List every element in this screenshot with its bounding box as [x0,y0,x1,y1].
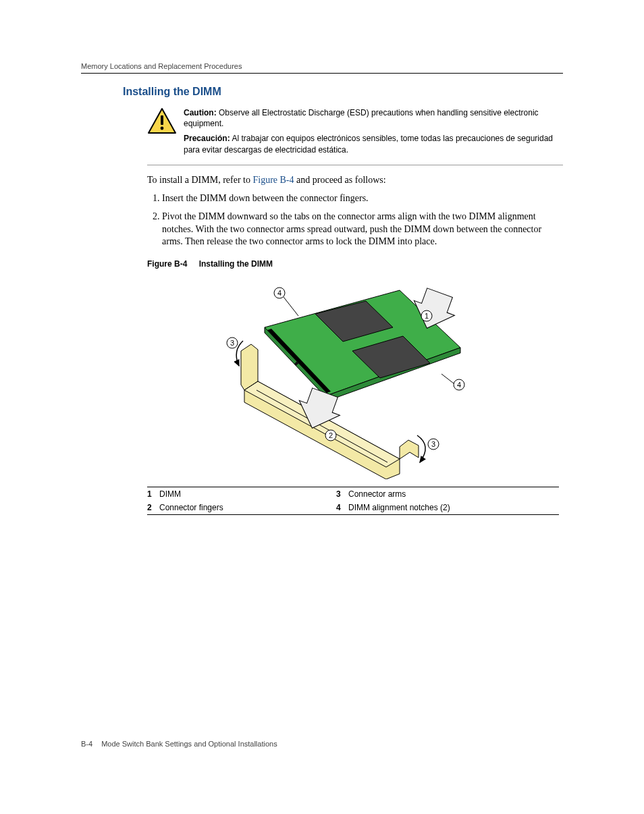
running-header: Memory Locations and Replacement Procedu… [81,62,563,74]
intro-paragraph: To install a DIMM, refer to Figure B-4 a… [147,175,563,186]
callout-4b: 4 [457,381,461,389]
figure-legend: 1 DIMM 3 Connector arms 2 Connector fing… [147,487,559,515]
page-footer: B-4 Mode Switch Bank Settings and Option… [81,740,277,748]
caution-en: Caution: Observe all Electrostatic Disch… [184,107,563,129]
intro-post: and proceed as follows: [294,175,386,185]
figure-title: Installing the DIMM [199,259,273,269]
callout-4a: 4 [277,289,281,297]
caution-block: Caution: Observe all Electrostatic Disch… [147,107,563,165]
figure-crossref-link[interactable]: Figure B-4 [252,175,294,185]
section-title: Installing the DIMM [123,86,563,98]
intro-pre: To install a DIMM, refer to [147,175,252,185]
legend-num-4: 4 [336,503,348,512]
step-1: Insert the DIMM down between the connect… [162,192,563,205]
footer-title: Mode Switch Bank Settings and Optional I… [101,740,277,748]
svg-line-12 [441,374,454,383]
callout-3b: 3 [431,440,435,448]
figure-illustration: 1 2 3 3 4 4 [81,277,563,481]
caution-text-en: Observe all Electrostatic Discharge (ESD… [184,108,539,128]
warning-icon [147,107,177,159]
svg-rect-1 [161,115,163,125]
caution-label-es: Precaución: [184,134,230,143]
legend-num-3: 3 [336,489,348,499]
step-2: Pivot the DIMM downward so the tabs on t… [162,211,563,249]
caution-label-en: Caution: [184,108,217,117]
callout-1: 1 [425,312,429,320]
callout-2: 2 [329,431,333,439]
legend-text-1: DIMM [159,489,181,499]
procedure-list: Insert the DIMM down between the connect… [147,192,563,249]
svg-line-10 [284,297,298,316]
figure-number: Figure B-4 [147,259,187,269]
caution-es: Precaución: Al trabajar con equipos elec… [184,133,563,155]
legend-text-2: Connector fingers [159,503,223,512]
legend-text-3: Connector arms [348,489,406,499]
callout-3a: 3 [230,339,234,347]
page-number: B-4 [81,740,92,748]
svg-point-2 [161,127,164,130]
legend-num-1: 1 [147,489,159,499]
caution-text-es: Al trabajar con equipos electrónicos sen… [184,134,553,154]
legend-num-2: 2 [147,503,159,512]
legend-text-4: DIMM alignment notches (2) [348,503,450,512]
figure-caption: Figure B-4 Installing the DIMM [147,259,563,269]
